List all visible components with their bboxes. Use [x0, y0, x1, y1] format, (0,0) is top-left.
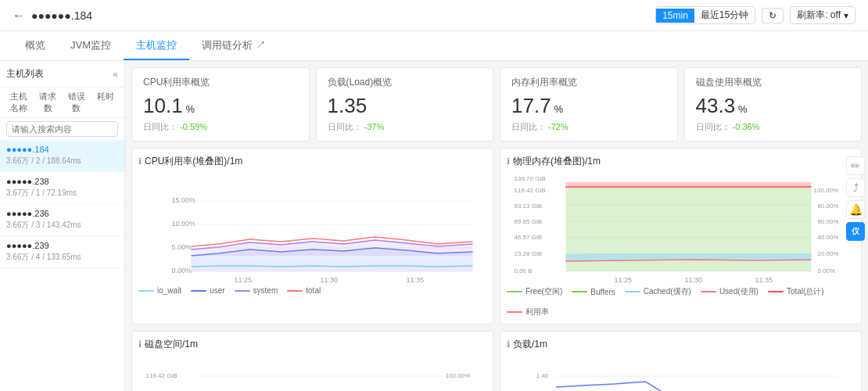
disk-chart-header: ℹ 磁盘空间/1m [138, 338, 486, 351]
metric-disk-unit: % [738, 103, 748, 115]
col-hostname[interactable]: 主机名称 [6, 91, 32, 114]
svg-text:1.40: 1.40 [536, 372, 549, 379]
svg-text:116.42 GiB: 116.42 GiB [515, 187, 546, 194]
metric-disk-compare: 日同比： -0.36% [696, 121, 851, 133]
legend-item-buffers: Buffers [572, 286, 615, 297]
metric-load-compare: 日同比： -37% [328, 121, 482, 133]
list-item[interactable]: ●●●●●.236 3.66万 / 3 / 143.42ms [0, 204, 124, 236]
dashboard-button[interactable]: 仪 [846, 222, 865, 241]
legend-item-used: Used(使用) [701, 286, 759, 297]
metric-cpu-value-row: 10.1 % [143, 94, 298, 118]
header-right: 15min 最近15分钟 ↻ 刷新率: off ▾ [655, 6, 855, 24]
svg-text:11:30: 11:30 [685, 276, 703, 284]
disk-chart-svg: 23.28 GiB 46.57 GiB 69.85 GiB 93.13 GiB … [138, 354, 486, 391]
svg-marker-34 [566, 182, 812, 187]
metric-memory-value-row: 17.7 % [511, 94, 666, 118]
refresh-rate-selector[interactable]: 刷新率: off ▾ [790, 6, 855, 24]
metric-cpu-title: CPU利用率概览 [143, 76, 298, 89]
svg-text:20.00%: 20.00% [818, 250, 839, 257]
host-stats: 3.66万 / 2 / 188.64ms [6, 156, 118, 167]
legend-label-cached: Cached(缓存) [644, 286, 691, 297]
tab-host-label: 主机监控 [136, 39, 177, 51]
refresh-icon: ↻ [769, 10, 777, 21]
memory-chart-title: 物理内存(堆叠图)/1m [513, 155, 601, 168]
legend-label-user: user [210, 286, 224, 295]
svg-text:80.00%: 80.00% [818, 203, 839, 210]
right-toolbar: ✏ ⤴ 🔔 仪 [846, 156, 865, 241]
load-info-icon[interactable]: ℹ [507, 339, 510, 350]
disk-chart-body: 23.28 GiB 46.57 GiB 69.85 GiB 93.13 GiB … [138, 354, 486, 391]
time-badge: 15min [656, 9, 694, 23]
svg-text:11:30: 11:30 [321, 276, 339, 284]
cpu-chart-panel: ℹ CPU利用率(堆叠图)/1m 0.00% 5.00% 10.00% 15.0… [131, 148, 493, 325]
host-name: ●●●●●.238 [6, 177, 118, 186]
disk-info-icon[interactable]: ℹ [138, 339, 142, 350]
host-name: ●●●●●.184 [6, 145, 118, 154]
legend-label-total: total [306, 286, 321, 295]
metric-card-load: 负载(Load)概览 1.35 日同比： -37% [316, 67, 494, 142]
metrics-summary: CPU利用率概览 10.1 % 日同比： -0.59% 负载(Load)概览 1… [131, 67, 862, 142]
svg-text:60.00%: 60.00% [818, 218, 839, 225]
cpu-chart-body: 0.00% 5.00% 10.00% 15.00% [138, 171, 486, 283]
list-item[interactable]: ●●●●●.239 3.66万 / 4 / 133.65ms [0, 236, 124, 268]
back-button[interactable]: ← [13, 9, 25, 23]
cpu-chart-title: CPU利用率(堆叠图)/1m [145, 155, 242, 168]
svg-text:46.57 GiB: 46.57 GiB [515, 234, 543, 241]
notification-button[interactable]: 🔔 [846, 200, 865, 219]
load-chart-body: 0.600 0.800 1 1.20 1.40 [507, 354, 855, 391]
metric-cpu-compare-label: 日同比： [143, 122, 178, 131]
tab-jvm[interactable]: JVM监控 [58, 32, 124, 60]
load-chart-svg: 0.600 0.800 1 1.20 1.40 [507, 354, 855, 391]
metric-load-value-row: 1.35 [328, 94, 482, 118]
metric-disk-compare-label: 日同比： [696, 122, 730, 131]
metric-disk-value-row: 43.3 % [696, 94, 851, 118]
svg-text:40.00%: 40.00% [818, 234, 839, 241]
memory-chart-panel: ℹ 物理内存(堆叠图)/1m 0.00 B 23.28 GiB 46.57 Gi… [500, 148, 862, 325]
metric-cpu-unit: % [186, 103, 195, 115]
tab-overview[interactable]: 概览 [13, 32, 58, 60]
metric-memory-compare-val: -72% [548, 122, 569, 131]
share-button[interactable]: ⤴ [846, 178, 865, 197]
tab-host[interactable]: 主机监控 [124, 32, 189, 60]
edit-button[interactable]: ✏ [846, 156, 865, 175]
col-errors[interactable]: 错误数 [64, 91, 90, 114]
search-input[interactable] [6, 121, 118, 137]
main-content: 主机列表 « 主机名称 请求数 错误数 耗时 ●●●●●.184 3.66万 /… [0, 61, 868, 391]
memory-info-icon[interactable]: ℹ [507, 156, 510, 167]
legend-dot-buffers [572, 291, 587, 292]
load-chart-header: ℹ 负载/1m [507, 338, 855, 351]
disk-chart-panel: ℹ 磁盘空间/1m 23.28 GiB 46.57 GiB 69.85 GiB … [131, 331, 493, 391]
refresh-rate-label: 刷新率: off [797, 9, 841, 22]
col-duration[interactable]: 耗时 [92, 91, 118, 114]
nav-tabs: 概览 JVM监控 主机监控 调用链分析 ↗ [0, 31, 868, 61]
load-chart-title: 负载/1m [513, 338, 547, 351]
legend-item-iowait: io_wait [138, 286, 181, 295]
legend-item-utilization: 利用率 [507, 307, 549, 317]
metric-card-cpu: CPU利用率概览 10.1 % 日同比： -0.59% [131, 67, 310, 142]
metric-memory-value: 17.7 [511, 94, 551, 118]
tab-trace[interactable]: 调用链分析 ↗ [189, 32, 278, 60]
col-requests[interactable]: 请求数 [35, 91, 61, 114]
metric-disk-compare-val: -0.36% [733, 122, 760, 131]
app-container: ← ●●●●●●.184 15min 最近15分钟 ↻ 刷新率: off ▾ 概… [0, 0, 868, 391]
host-stats: 3.66万 / 4 / 133.65ms [6, 252, 118, 263]
list-item[interactable]: ●●●●●.184 3.66万 / 2 / 188.64ms [0, 140, 124, 172]
tab-trace-label: 调用链分析 ↗ [202, 39, 266, 51]
svg-text:100.00%: 100.00% [446, 372, 471, 379]
content-area: CPU利用率概览 10.1 % 日同比： -0.59% 负载(Load)概览 1… [125, 61, 868, 391]
metric-memory-compare-label: 日同比： [511, 122, 546, 131]
legend-label-total-mem: Total(总计) [787, 286, 824, 297]
legend-label-used: Used(使用) [719, 286, 759, 297]
legend-dot-user [191, 290, 206, 292]
sidebar-collapse-button[interactable]: « [113, 69, 118, 80]
info-icon[interactable]: ℹ [138, 156, 142, 167]
metric-load-compare-val: -37% [364, 122, 385, 131]
time-range-selector[interactable]: 15min 最近15分钟 [655, 6, 755, 24]
refresh-button[interactable]: ↻ [762, 8, 784, 23]
sidebar-search [0, 118, 124, 140]
list-item[interactable]: ●●●●●.238 3.67万 / 1 / 72.19ms [0, 172, 124, 204]
cpu-chart-legend: io_wait user system total [138, 286, 486, 295]
svg-text:139.70 GiB: 139.70 GiB [515, 175, 546, 182]
legend-item-total: Total(总计) [768, 286, 824, 297]
metric-cpu-value: 10.1 [143, 94, 183, 118]
